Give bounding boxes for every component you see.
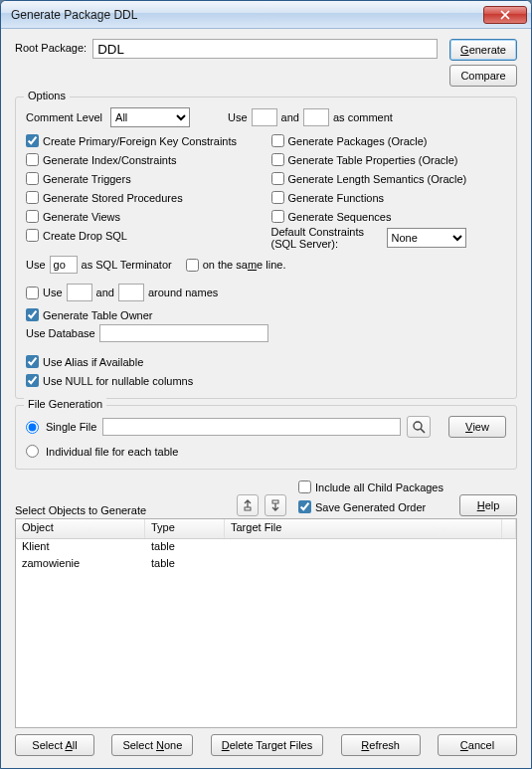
comment-level-combo[interactable]: All (110, 107, 190, 127)
around-and-label: and (96, 287, 114, 298)
svg-rect-2 (272, 500, 278, 503)
comment-level-label: Comment Level (26, 111, 102, 123)
svg-rect-1 (245, 507, 251, 510)
use-label: Use (228, 111, 248, 123)
terminator-input[interactable] (50, 256, 78, 274)
chk-gen-views[interactable] (26, 210, 39, 223)
search-icon (412, 420, 426, 434)
file-generation-title: File Generation (24, 398, 106, 410)
compare-button[interactable]: Compare (449, 65, 517, 87)
select-none-button[interactable]: Select None (111, 734, 193, 756)
delete-target-button[interactable]: Delete Target Files (211, 734, 324, 756)
use-database-label: Use Database (26, 327, 95, 339)
grid-header[interactable]: Object Type Target File (16, 519, 516, 539)
chk-null-cols[interactable] (26, 374, 39, 387)
radio-single-file[interactable] (26, 421, 39, 434)
use-database-input[interactable] (99, 324, 268, 342)
options-right-col: Generate Packages (Oracle) Generate Tabl… (271, 131, 507, 250)
and-label: and (281, 111, 299, 123)
term-use-label: Use (26, 259, 46, 271)
hand-up-icon (241, 498, 255, 512)
chk-save-order[interactable] (298, 500, 311, 513)
around-use-label: Use (43, 287, 63, 298)
file-generation-group: File Generation Single File View Individ… (15, 405, 517, 470)
chk-gen-table-owner[interactable] (26, 308, 39, 321)
default-constraints-label: Default Constraints (SQL Server): (271, 226, 381, 250)
radio-individual-file[interactable] (26, 445, 39, 458)
chk-around-names[interactable] (26, 287, 39, 299)
grid-body[interactable]: Klient table zamowienie table (16, 539, 516, 727)
options-group: Options Comment Level All Use and as com… (15, 96, 517, 399)
as-comment-label: as comment (333, 111, 393, 123)
objects-grid[interactable]: Object Type Target File Klient table zam… (15, 518, 517, 728)
chk-gen-triggers[interactable] (26, 172, 39, 185)
around-left-input[interactable] (67, 284, 92, 301)
close-button[interactable] (483, 6, 527, 24)
dialog-content: Root Package: Generate Compare Options C… (1, 29, 531, 768)
hand-down-icon (268, 498, 282, 512)
chk-gen-table-props[interactable] (271, 153, 284, 166)
term-suffix-label: as SQL Terminator (82, 259, 172, 271)
svg-point-0 (414, 422, 422, 430)
view-button[interactable]: View (448, 416, 506, 438)
refresh-button[interactable]: Refresh (341, 734, 421, 756)
col-header-type[interactable]: Type (145, 519, 225, 538)
chk-gen-sequences[interactable] (271, 210, 284, 223)
chk-gen-functions[interactable] (271, 191, 284, 204)
chk-create-pk-fk[interactable] (26, 134, 39, 147)
generate-button-label: Generate (460, 44, 506, 56)
comment-prefix-input[interactable] (252, 108, 277, 126)
browse-file-button[interactable] (407, 416, 431, 438)
select-all-button[interactable]: Select All (15, 734, 94, 756)
default-constraints-combo[interactable]: None (387, 228, 466, 248)
chk-use-alias[interactable] (26, 355, 39, 368)
chk-gen-length[interactable] (271, 172, 284, 185)
chk-gen-packages[interactable] (271, 134, 284, 147)
window-title: Generate Package DDL (11, 8, 483, 22)
dialog-window: Generate Package DDL Root Package: Gener… (0, 0, 532, 769)
col-header-target[interactable]: Target File (225, 519, 502, 538)
titlebar[interactable]: Generate Package DDL (1, 1, 531, 29)
around-suffix-label: around names (148, 287, 218, 298)
options-left-col: Create Primary/Foreign Key Constraints G… (26, 131, 262, 250)
root-package-label: Root Package: (15, 39, 87, 54)
move-up-button[interactable] (237, 494, 259, 516)
chk-gen-sp[interactable] (26, 191, 39, 204)
chk-same-line[interactable] (186, 259, 199, 272)
cancel-button[interactable]: Cancel (438, 734, 517, 756)
table-row[interactable]: zamowienie table (16, 556, 516, 573)
chk-create-drop[interactable] (26, 229, 39, 242)
root-package-input[interactable] (92, 39, 438, 59)
chk-gen-index[interactable] (26, 153, 39, 166)
around-right-input[interactable] (118, 284, 144, 301)
generate-button[interactable]: Generate (449, 39, 517, 61)
col-header-object[interactable]: Object (16, 519, 145, 538)
bottom-button-bar: Select All Select None Delete Target Fil… (15, 728, 517, 758)
select-objects-label: Select Objects to Generate (15, 504, 231, 516)
options-title: Options (24, 90, 70, 101)
same-line-label: on the same line. (203, 259, 286, 271)
comment-suffix-input[interactable] (303, 108, 329, 126)
col-header-spacer (502, 519, 516, 538)
table-row[interactable]: Klient table (16, 539, 516, 556)
move-down-button[interactable] (265, 494, 286, 516)
single-file-path-input[interactable] (102, 418, 401, 436)
chk-include-child[interactable] (298, 481, 311, 493)
close-icon (500, 10, 510, 20)
help-button[interactable]: Help (459, 494, 517, 516)
